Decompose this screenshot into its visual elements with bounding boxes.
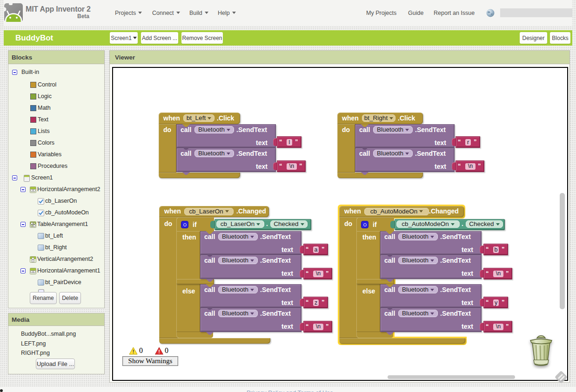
svg-text:!: ! [158, 349, 160, 354]
svg-text:!: ! [133, 349, 134, 354]
